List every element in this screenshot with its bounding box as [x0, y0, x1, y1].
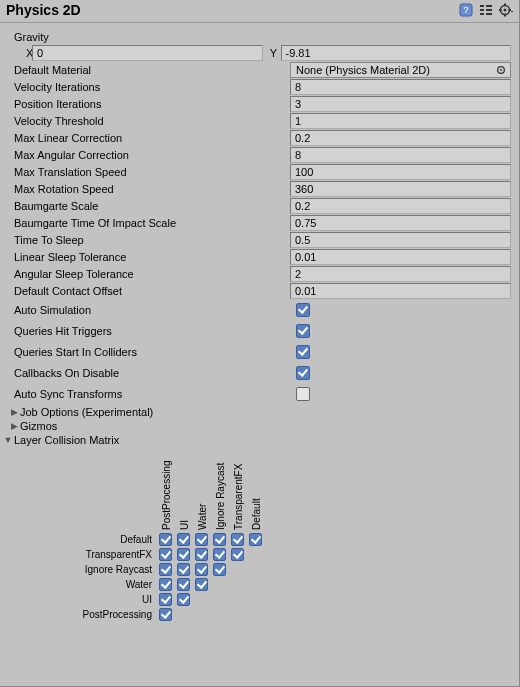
field-input[interactable]	[290, 249, 511, 265]
numeric-field-row: Baumgarte Time Of Impact Scale	[8, 215, 511, 231]
matrix-checkbox[interactable]	[159, 548, 172, 561]
auto-sync-transforms-checkbox[interactable]	[296, 387, 310, 401]
queries-start-in-colliders-label: Queries Start In Colliders	[8, 346, 290, 358]
panel-title: Physics 2D	[6, 2, 459, 18]
gravity-label: Gravity	[14, 31, 511, 43]
queries-hit-triggers-label: Queries Hit Triggers	[8, 325, 290, 337]
queries-start-in-colliders-checkbox[interactable]	[296, 345, 310, 359]
field-label: Max Linear Correction	[8, 132, 290, 144]
svg-rect-6	[486, 9, 492, 11]
matrix-checkbox[interactable]	[177, 563, 190, 576]
queries-hit-triggers-checkbox[interactable]	[296, 324, 310, 338]
field-input[interactable]	[290, 130, 511, 146]
matrix-column-label: Water	[194, 450, 212, 530]
svg-rect-13	[509, 9, 512, 11]
matrix-row: UI	[8, 592, 264, 607]
matrix-column-label: Ignore Raycast	[212, 450, 230, 530]
auto-simulation-checkbox[interactable]	[296, 303, 310, 317]
gear-icon[interactable]	[499, 3, 513, 17]
matrix-checkbox[interactable]	[195, 548, 208, 561]
default-material-label: Default Material	[8, 64, 290, 76]
field-input[interactable]	[290, 266, 511, 282]
foldout-closed-icon: ▶	[8, 407, 20, 417]
default-material-field[interactable]: None (Physics Material 2D)	[290, 62, 511, 78]
field-input[interactable]	[290, 164, 511, 180]
field-input[interactable]	[290, 283, 511, 299]
matrix-checkbox[interactable]	[159, 533, 172, 546]
field-label: Max Translation Speed	[8, 166, 290, 178]
presets-icon[interactable]	[479, 3, 493, 17]
matrix-row-label: Default	[8, 534, 156, 545]
numeric-field-row: Time To Sleep	[8, 232, 511, 248]
matrix-checkbox[interactable]	[177, 593, 190, 606]
svg-point-9	[504, 9, 507, 12]
field-input[interactable]	[290, 198, 511, 214]
matrix-checkbox[interactable]	[213, 563, 226, 576]
field-input[interactable]	[290, 232, 511, 248]
help-icon[interactable]: ?	[459, 3, 473, 17]
field-label: Velocity Threshold	[8, 115, 290, 127]
matrix-checkbox[interactable]	[213, 533, 226, 546]
field-label: Time To Sleep	[8, 234, 290, 246]
numeric-field-row: Position Iterations	[8, 96, 511, 112]
queries-start-in-colliders-row: Queries Start In Colliders	[8, 342, 511, 362]
callbacks-on-disable-checkbox[interactable]	[296, 366, 310, 380]
numeric-field-row: Default Contact Offset	[8, 283, 511, 299]
svg-rect-7	[486, 13, 492, 15]
object-picker-icon[interactable]	[494, 63, 508, 77]
auto-sync-transforms-label: Auto Sync Transforms	[8, 388, 290, 400]
field-input[interactable]	[290, 79, 511, 95]
matrix-checkbox[interactable]	[159, 608, 172, 621]
gravity-x-label: X	[8, 47, 32, 59]
numeric-field-row: Velocity Threshold	[8, 113, 511, 129]
field-input[interactable]	[290, 181, 511, 197]
foldout-closed-icon: ▶	[8, 421, 20, 431]
matrix-row: Ignore Raycast	[8, 562, 264, 577]
gravity-x-input[interactable]	[32, 45, 263, 61]
svg-rect-10	[504, 4, 506, 7]
field-label: Linear Sleep Tolerance	[8, 251, 290, 263]
numeric-field-row: Velocity Iterations	[8, 79, 511, 95]
field-input[interactable]	[290, 96, 511, 112]
matrix-column-label: UI	[176, 450, 194, 530]
matrix-checkbox[interactable]	[213, 548, 226, 561]
field-input[interactable]	[290, 147, 511, 163]
job-options-label: Job Options (Experimental)	[20, 406, 153, 418]
field-input[interactable]	[290, 215, 511, 231]
matrix-checkbox[interactable]	[159, 593, 172, 606]
numeric-field-row: Linear Sleep Tolerance	[8, 249, 511, 265]
physics2d-settings-panel: Physics 2D ? Gravity X Y Default Materia…	[0, 0, 520, 687]
matrix-checkbox[interactable]	[159, 563, 172, 576]
gizmos-foldout[interactable]: ▶ Gizmos	[8, 420, 511, 432]
field-input[interactable]	[290, 113, 511, 129]
callbacks-on-disable-row: Callbacks On Disable	[8, 363, 511, 383]
panel-body: Gravity X Y Default Material None (Physi…	[0, 23, 519, 638]
gravity-y-input[interactable]	[281, 45, 512, 61]
field-label: Angular Sleep Tolerance	[8, 268, 290, 280]
auto-simulation-label: Auto Simulation	[8, 304, 290, 316]
job-options-foldout[interactable]: ▶ Job Options (Experimental)	[8, 406, 511, 418]
numeric-field-row: Angular Sleep Tolerance	[8, 266, 511, 282]
matrix-row: TransparentFX	[8, 547, 264, 562]
matrix-checkbox[interactable]	[177, 533, 190, 546]
matrix-column-label: TransparentFX	[230, 450, 248, 530]
matrix-checkbox[interactable]	[231, 533, 244, 546]
default-material-row: Default Material None (Physics Material …	[8, 62, 511, 78]
gizmos-label: Gizmos	[20, 420, 57, 432]
matrix-checkbox[interactable]	[177, 578, 190, 591]
layer-collision-matrix-foldout[interactable]: ▼ Layer Collision Matrix	[2, 434, 511, 446]
auto-simulation-row: Auto Simulation	[8, 300, 511, 320]
matrix-checkbox[interactable]	[195, 533, 208, 546]
matrix-checkbox[interactable]	[231, 548, 244, 561]
field-label: Baumgarte Scale	[8, 200, 290, 212]
matrix-row-label: UI	[8, 594, 156, 605]
matrix-checkbox[interactable]	[195, 563, 208, 576]
matrix-checkbox[interactable]	[159, 578, 172, 591]
matrix-row-label: TransparentFX	[8, 549, 156, 560]
matrix-checkbox[interactable]	[195, 578, 208, 591]
matrix-column-label: PostProcessing	[158, 450, 176, 530]
matrix-checkbox[interactable]	[249, 533, 262, 546]
matrix-checkbox[interactable]	[177, 548, 190, 561]
svg-rect-12	[499, 9, 502, 11]
callbacks-on-disable-label: Callbacks On Disable	[8, 367, 290, 379]
